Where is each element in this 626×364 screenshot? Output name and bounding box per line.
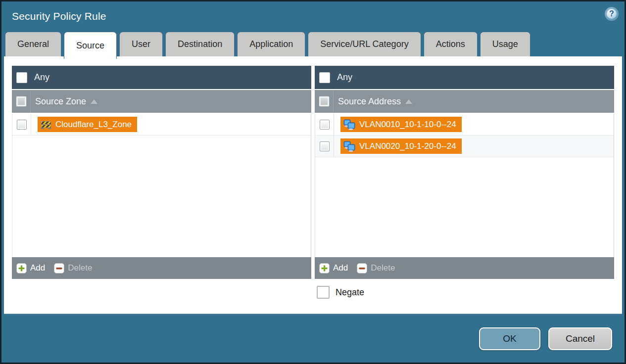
address-list: VLAN0010_10-1-10-0--24 [315,114,614,257]
address-add-button[interactable]: Add [319,263,348,273]
address-any-label: Any [337,72,352,83]
dialog-button-bar: OK Cancel [1,314,625,350]
zone-add-label: Add [30,263,45,273]
negate-checkbox[interactable] [317,286,330,299]
delete-minus-icon [54,263,64,273]
zone-icon [41,120,51,130]
tab-service-url-category[interactable]: Service/URL Category [308,32,421,56]
address-delete-label: Delete [371,263,395,273]
security-policy-rule-dialog: Security Policy Rule ? General Source Us… [0,0,626,364]
zone-any-label: Any [34,72,49,83]
tab-usage[interactable]: Usage [480,32,530,56]
address-row-checkbox[interactable] [320,141,330,151]
tab-strip: General Source User Destination Applicat… [1,31,625,56]
zone-column-label: Source Zone [31,96,97,107]
add-plus-icon [16,263,27,273]
panels-container: Any Source Zone [4,56,622,279]
address-icon [343,141,355,152]
address-select-all-cell [315,90,334,113]
zone-any-checkbox[interactable] [16,72,27,83]
zone-delete-label: Delete [68,263,92,273]
source-address-panel: Any Source Address [315,66,614,279]
address-row-checkbox-cell [315,136,334,157]
table-row[interactable]: VLAN0020_10-1-20-0--24 [315,136,614,157]
add-plus-icon [319,263,330,273]
zone-list: Cloudflare_L3_Zone [12,114,311,257]
zone-select-all-cell [12,90,31,113]
address-object-label: VLAN0020_10-1-20-0--24 [359,141,456,151]
source-tab-content: Any Source Zone [4,56,622,314]
negate-label: Negate [336,287,364,298]
zone-add-button[interactable]: Add [16,263,45,273]
delete-minus-icon [357,263,367,273]
address-any-checkbox[interactable] [319,72,330,83]
zone-column-header[interactable]: Source Zone [12,90,311,113]
address-object-badge[interactable]: VLAN0020_10-1-20-0--24 [340,138,462,154]
address-any-header: Any [315,66,614,89]
address-object-label: VLAN0010_10-1-10-0--24 [359,120,456,130]
source-zone-panel: Any Source Zone [12,66,311,279]
address-column-text: Source Address [338,96,401,107]
address-column-label: Source Address [334,96,412,107]
help-icon[interactable]: ? [605,7,618,20]
tab-destination[interactable]: Destination [165,32,235,56]
address-object-badge[interactable]: VLAN0010_10-1-10-0--24 [340,117,462,132]
zone-object-label: Cloudflare_L3_Zone [55,120,132,130]
address-delete-button[interactable]: Delete [357,263,395,273]
negate-row: Negate [317,286,622,299]
titlebar: Security Policy Rule ? [1,1,625,31]
cancel-button[interactable]: Cancel [548,327,612,350]
tab-general[interactable]: General [5,32,61,56]
address-row-checkbox-cell [315,114,334,135]
zone-delete-button[interactable]: Delete [54,263,92,273]
zone-toolbar: Add Delete [12,257,311,279]
sort-ascending-icon [405,99,412,104]
ok-button[interactable]: OK [479,327,540,350]
zone-any-header: Any [12,66,311,89]
tab-user[interactable]: User [119,32,163,56]
tab-actions[interactable]: Actions [424,32,478,56]
zone-object-badge[interactable]: Cloudflare_L3_Zone [38,117,137,132]
address-add-label: Add [333,263,348,273]
table-row[interactable]: VLAN0010_10-1-10-0--24 [315,114,614,136]
table-row[interactable]: Cloudflare_L3_Zone [12,114,311,136]
tab-source[interactable]: Source [64,32,117,59]
address-toolbar: Add Delete [315,257,614,279]
sort-ascending-icon [91,99,97,104]
zone-row-checkbox[interactable] [17,120,27,130]
zone-row-checkbox-cell [12,114,31,135]
zone-select-all-checkbox[interactable] [16,96,26,106]
address-column-header[interactable]: Source Address [315,90,614,113]
zone-column-text: Source Zone [35,96,86,107]
address-row-checkbox[interactable] [320,120,330,130]
dialog-title: Security Policy Rule [12,10,106,22]
address-icon [343,119,355,130]
tab-application[interactable]: Application [237,32,305,56]
address-select-all-checkbox[interactable] [319,96,329,106]
